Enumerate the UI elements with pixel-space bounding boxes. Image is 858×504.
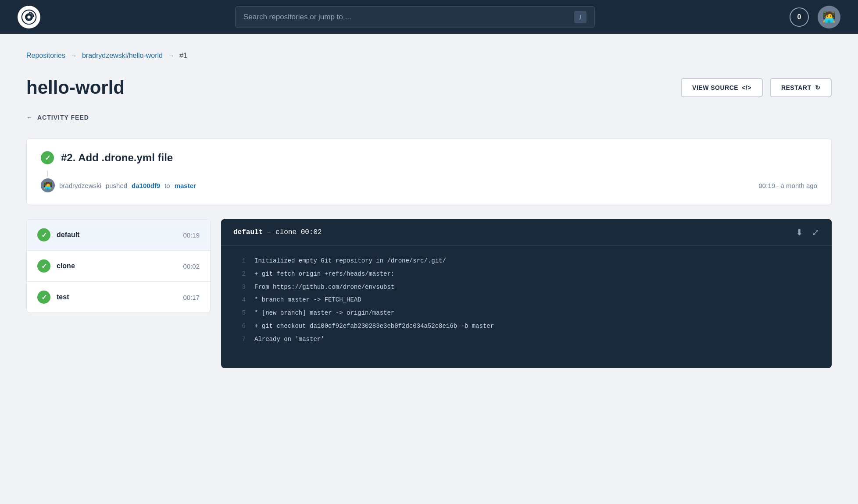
step-left-test: test [37, 291, 69, 304]
expand-icon[interactable]: ⤢ [812, 227, 819, 238]
logo[interactable] [18, 6, 40, 28]
step-status-icon-default [37, 228, 50, 241]
log-line: 2+ git fetch origin +refs/heads/master: [221, 268, 832, 281]
log-header-actions: ⬇ ⤢ [796, 227, 819, 238]
log-line-text: + git fetch origin +refs/heads/master: [254, 269, 394, 280]
step-duration-test: 00:17 [183, 294, 200, 301]
svg-point-2 [27, 15, 30, 18]
log-line: 6+ git checkout da100df92efab230283e3eb0… [221, 320, 832, 333]
step-item-clone[interactable]: clone 00:02 [27, 251, 210, 282]
log-line-number: 2 [233, 269, 246, 280]
build-indent-line [47, 170, 817, 177]
view-source-label: VIEW SOURCE [692, 84, 738, 91]
log-step-duration: 00:02 [301, 228, 322, 236]
main-content: Repositories → bradrydzewski/hello-world… [0, 34, 858, 386]
step-left-clone: clone [37, 259, 75, 273]
build-title: Add .drone.yml file [78, 152, 173, 163]
bottom-section: default 00:19 clone 00:02 test 00:17 [26, 219, 832, 368]
page-title: hello-world [26, 77, 125, 98]
build-meta-right: 00:19 · a month ago [759, 182, 817, 189]
breadcrumb-arrow-2: → [168, 52, 174, 59]
log-line: 5* [new branch] master -> origin/master [221, 307, 832, 320]
build-number: #2. [61, 152, 75, 163]
step-name-clone: clone [57, 262, 75, 270]
build-time-ago: a month ago [781, 182, 817, 189]
step-duration-default: 00:19 [183, 231, 200, 239]
log-panel: default — clone 00:02 ⬇ ⤢ 1Initialized e… [221, 219, 832, 368]
steps-panel: default 00:19 clone 00:02 test 00:17 [26, 219, 211, 313]
back-arrow-icon: ← [26, 114, 33, 121]
header: / 0 🧑‍💻 [0, 0, 858, 34]
log-line-text: Initialized empty Git repository in /dro… [254, 256, 446, 266]
log-stage: default [233, 228, 263, 236]
activity-feed-label: ACTIVITY FEED [37, 114, 89, 121]
breadcrumb-repositories[interactable]: Repositories [26, 52, 65, 60]
log-line-text: + git checkout da100df92efab230283e3eb0f… [254, 321, 494, 332]
breadcrumb: Repositories → bradrydzewski/hello-world… [26, 52, 832, 60]
breadcrumb-repo[interactable]: bradrydzewski/hello-world [82, 52, 163, 60]
build-action: pushed [106, 182, 127, 189]
view-source-button[interactable]: VIEW SOURCE </> [681, 78, 763, 97]
log-line-text: From https://github.com/drone/envsubst [254, 282, 394, 293]
notification-badge[interactable]: 0 [790, 7, 809, 27]
page-header: hello-world VIEW SOURCE </> RESTART ↻ [26, 77, 832, 98]
code-icon: </> [742, 84, 751, 91]
log-line-number: 4 [233, 295, 246, 305]
build-commit-link[interactable]: da100df9 [132, 182, 160, 189]
log-line-text: * branch master -> FETCH_HEAD [254, 295, 361, 305]
step-status-icon-test [37, 291, 50, 304]
breadcrumb-arrow-1: → [71, 52, 77, 59]
log-body: 1Initialized empty Git repository in /dr… [221, 246, 832, 355]
restart-icon: ↻ [815, 84, 821, 91]
log-line: 1Initialized empty Git repository in /dr… [221, 255, 832, 268]
download-icon[interactable]: ⬇ [796, 227, 803, 238]
breadcrumb-build: #1 [179, 52, 187, 60]
search-input[interactable] [243, 13, 569, 21]
step-status-icon-clone [37, 259, 50, 273]
log-line-number: 7 [233, 334, 246, 345]
restart-label: RESTART [781, 84, 812, 91]
build-duration: 00:19 [759, 182, 776, 189]
step-left-default: default [37, 228, 79, 241]
restart-button[interactable]: RESTART ↻ [770, 78, 832, 97]
build-separator: · [777, 182, 780, 189]
build-meta-row: 🧑‍💻 bradrydzewski pushed da100df9 to mas… [41, 178, 817, 192]
log-line: 4* branch master -> FETCH_HEAD [221, 294, 832, 307]
header-actions: VIEW SOURCE </> RESTART ↻ [681, 78, 832, 97]
step-name-default: default [57, 231, 79, 239]
log-line-text: * [new branch] master -> origin/master [254, 308, 394, 319]
step-item-default[interactable]: default 00:19 [27, 220, 210, 251]
build-branch-link[interactable]: master [175, 182, 196, 189]
step-duration-clone: 00:02 [183, 263, 200, 270]
log-line-text: Already on 'master' [254, 334, 325, 345]
avatar[interactable]: 🧑‍💻 [818, 6, 840, 28]
log-header-title: default — clone 00:02 [233, 228, 322, 236]
slash-shortcut: / [574, 11, 586, 23]
step-name-test: test [57, 293, 69, 301]
build-title-row: #2. Add .drone.yml file [41, 151, 817, 164]
log-line-number: 1 [233, 256, 246, 266]
activity-feed-link[interactable]: ← ACTIVITY FEED [26, 114, 832, 121]
build-card: #2. Add .drone.yml file 🧑‍💻 bradrydzewsk… [26, 138, 832, 205]
header-right: 0 🧑‍💻 [790, 6, 840, 28]
log-header: default — clone 00:02 ⬇ ⤢ [221, 219, 832, 246]
build-number-title: #2. Add .drone.yml file [61, 152, 173, 164]
build-meta-left: 🧑‍💻 bradrydzewski pushed da100df9 to mas… [41, 178, 196, 192]
log-line-number: 5 [233, 308, 246, 319]
log-line-number: 6 [233, 321, 246, 332]
log-sep: — [267, 228, 275, 236]
log-line: 7Already on 'master' [221, 333, 832, 346]
log-line: 3From https://github.com/drone/envsubst [221, 281, 832, 294]
search-wrap: / [49, 6, 781, 28]
log-line-number: 3 [233, 282, 246, 293]
build-status-icon [41, 151, 54, 164]
build-to: to [164, 182, 170, 189]
step-item-test[interactable]: test 00:17 [27, 282, 210, 312]
build-author: bradrydzewski [59, 182, 101, 189]
log-step: clone [275, 228, 297, 236]
search-bar[interactable]: / [235, 6, 595, 28]
build-author-avatar: 🧑‍💻 [41, 178, 55, 192]
